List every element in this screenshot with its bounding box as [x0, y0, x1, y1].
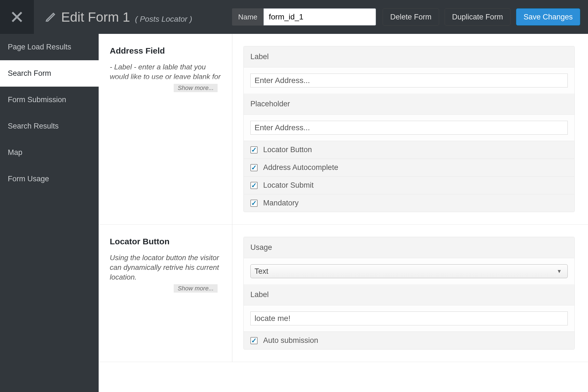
check-label: Address Autocomplete — [263, 163, 338, 172]
sidebar-item-page-load-results[interactable]: Page Load Results — [0, 34, 99, 60]
check-locator-submit[interactable]: Locator Submit — [244, 176, 574, 194]
header-actions: Name Delete Form Duplicate Form Save Cha… — [232, 8, 588, 26]
address-field-title: Address Field — [110, 46, 221, 56]
address-field-settings: Label Placeholder Locator Button Ad — [243, 46, 575, 212]
address-placeholder-head: Placeholder — [244, 94, 574, 115]
main: Address Field - Label - enter a lable th… — [99, 34, 588, 392]
pencil-icon — [45, 11, 56, 23]
sidebar-item-search-results[interactable]: Search Results — [0, 113, 99, 139]
save-changes-button[interactable]: Save Changes — [516, 8, 580, 26]
checkbox-icon — [250, 182, 258, 189]
locator-button-title: Locator Button — [110, 237, 221, 246]
address-field-desc: - Label - enter a lable that you would l… — [110, 62, 221, 82]
checkbox-icon — [250, 200, 258, 207]
sidebar-item-map[interactable]: Map — [0, 139, 99, 166]
close-button[interactable] — [0, 0, 34, 34]
checkbox-icon — [250, 146, 258, 154]
delete-form-button[interactable]: Delete Form — [383, 8, 439, 26]
duplicate-form-button[interactable]: Duplicate Form — [445, 8, 510, 26]
check-locator-button[interactable]: Locator Button — [244, 141, 574, 159]
sidebar: Page Load Results Search Form Form Submi… — [0, 34, 99, 392]
section-address-field: Address Field - Label - enter a lable th… — [99, 34, 588, 225]
address-placeholder-input[interactable] — [250, 121, 568, 135]
address-field-desc-col: Address Field - Label - enter a lable th… — [110, 46, 221, 212]
check-label: Locator Submit — [263, 181, 314, 190]
section-locator-button: Locator Button Using the locator button … — [99, 225, 588, 362]
select-value: Text — [255, 267, 268, 276]
close-icon — [11, 11, 23, 23]
sidebar-item-form-submission[interactable]: Form Submission — [0, 87, 99, 113]
title-block: Edit Form 1 ( Posts Locator ) — [34, 9, 192, 25]
address-label-input[interactable] — [250, 74, 568, 87]
divider — [232, 34, 232, 224]
locator-label-input[interactable] — [250, 311, 568, 325]
page-subtitle: ( Posts Locator ) — [135, 15, 192, 24]
topbar: Edit Form 1 ( Posts Locator ) Name Delet… — [0, 0, 588, 34]
name-group: Name — [232, 8, 376, 26]
locator-usage-head: Usage — [244, 237, 574, 258]
locator-usage-select[interactable]: Text — [250, 264, 568, 278]
name-input[interactable] — [263, 8, 376, 26]
divider — [232, 225, 232, 362]
check-label: Mandatory — [263, 199, 299, 207]
layout: Page Load Results Search Form Form Submi… — [0, 34, 588, 392]
locator-button-settings: Usage Text Label Auto submission — [243, 237, 575, 350]
check-address-autocomplete[interactable]: Address Autocomplete — [244, 159, 574, 176]
address-field-show-more[interactable]: Show more... — [174, 84, 218, 92]
sidebar-item-form-usage[interactable]: Form Usage — [0, 166, 99, 192]
page-title: Edit Form 1 — [61, 9, 130, 25]
check-label: Auto submission — [263, 336, 318, 345]
address-label-head: Label — [244, 46, 574, 67]
locator-button-show-more[interactable]: Show more... — [174, 284, 218, 293]
checkbox-icon — [250, 337, 258, 344]
sidebar-item-search-form[interactable]: Search Form — [0, 60, 99, 87]
name-label: Name — [232, 8, 263, 26]
locator-label-head: Label — [244, 284, 574, 305]
checkbox-icon — [250, 164, 258, 171]
check-label: Locator Button — [263, 145, 312, 154]
locator-button-desc: Using the locator button the visitor can… — [110, 253, 221, 282]
check-auto-submission[interactable]: Auto submission — [244, 331, 574, 349]
check-mandatory[interactable]: Mandatory — [244, 194, 574, 212]
locator-button-desc-col: Locator Button Using the locator button … — [110, 237, 221, 350]
